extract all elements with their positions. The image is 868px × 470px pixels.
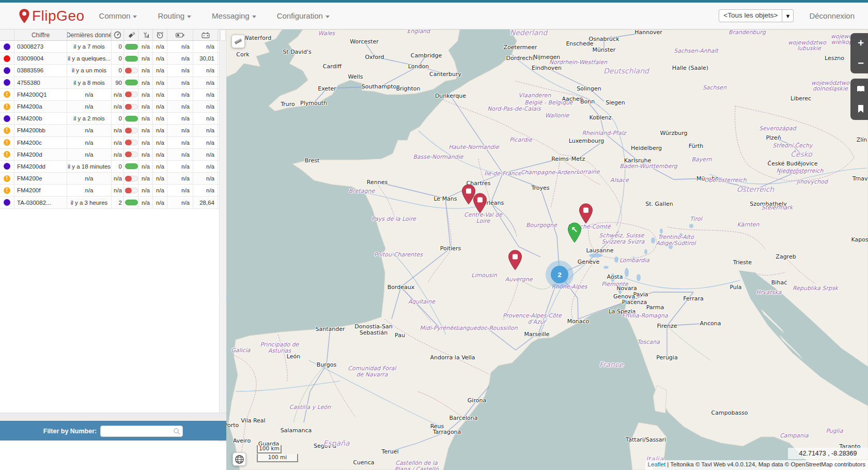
- ignition-cell: n/a: [153, 101, 167, 112]
- map-tiles: [226, 29, 868, 470]
- ignition-cell: n/a: [153, 137, 167, 148]
- filter-label: Filter by Number:: [43, 428, 97, 435]
- object-filter-select[interactable]: <Tous les objets> ▼: [719, 9, 794, 22]
- globe-button[interactable]: [233, 452, 246, 466]
- table-row[interactable]: !FM4200Q1n/an/an/an/an/an/a: [0, 89, 219, 101]
- voltage-cell: n/a: [193, 149, 218, 160]
- table-row[interactable]: FM4200ddil y a 18 minutes0n/an/an/an/a: [0, 161, 219, 173]
- device-pin-marker[interactable]: [579, 203, 593, 224]
- zoom-out-button[interactable]: −: [850, 53, 868, 73]
- car-battery-icon: [202, 32, 210, 38]
- ignition-cell: n/a: [153, 149, 167, 160]
- moving-device-marker[interactable]: ↖: [567, 222, 582, 243]
- device-name-cell: FM4200b: [14, 113, 67, 124]
- table-row[interactable]: !FM4200an/an/an/an/an/an/a: [0, 101, 219, 113]
- cluster-marker[interactable]: 2: [551, 266, 568, 283]
- ignition-cell: n/a: [153, 53, 167, 64]
- table-row[interactable]: 03883596il y a un mois0n/an/an/an/a: [0, 65, 219, 77]
- speed-cell: n/a: [112, 185, 124, 196]
- map-attribution: Leaflet | Teltonika © Tavl Web v4.0.0.12…: [645, 460, 868, 470]
- status-column-header[interactable]: [0, 29, 14, 40]
- map-canvas[interactable]: WaterfordCorkSt David'sWorcesterOxfordCa…: [226, 29, 868, 470]
- scale-km: 100 km: [257, 445, 282, 453]
- legend-book-button[interactable]: [850, 79, 868, 99]
- table-row[interactable]: !FM4200bbn/an/an/an/an/an/a: [0, 125, 219, 137]
- battery-column-header[interactable]: [167, 29, 193, 40]
- status-dot: [4, 199, 10, 206]
- signal-cell: n/a: [138, 77, 153, 88]
- vertical-scrollbar[interactable]: [219, 29, 226, 442]
- warning-icon: !: [4, 175, 10, 182]
- gps-toggle: [125, 200, 138, 205]
- status-cell: !: [0, 125, 14, 136]
- table-row[interactable]: !FM4200fn/an/an/an/an/an/a: [0, 185, 219, 196]
- signal-column-header[interactable]: [138, 29, 153, 40]
- device-name-cell: FM4200Q1: [14, 89, 67, 100]
- voltage-cell: n/a: [193, 125, 218, 136]
- device-name-cell: 03009004: [14, 53, 67, 64]
- device-name-cell: FM4200bb: [14, 125, 67, 136]
- menu-common[interactable]: Common: [99, 11, 137, 20]
- horizontal-scrollbar[interactable]: [0, 413, 226, 421]
- table-row[interactable]: !FM4200en/an/an/an/an/an/a: [0, 173, 219, 185]
- table-row[interactable]: 4755380il y a 8 mois90n/an/an/an/a: [0, 77, 219, 89]
- menu-configuration[interactable]: Configuration: [277, 11, 330, 20]
- satellite-column-header[interactable]: [124, 29, 138, 40]
- table-row[interactable]: !FM4200dn/an/an/an/an/an/a: [0, 149, 219, 161]
- ignition-cell: n/a: [153, 161, 167, 172]
- table-row[interactable]: FM4200bil y a 2 mois0n/an/an/an/a: [0, 113, 219, 125]
- device-pin-marker[interactable]: [473, 193, 487, 214]
- last-data-cell: n/a: [67, 125, 112, 136]
- speed-cell: n/a: [112, 89, 124, 100]
- signal-cell: n/a: [138, 161, 153, 172]
- battery-cell: n/a: [167, 65, 193, 76]
- voltage-cell: n/a: [193, 89, 218, 100]
- gps-toggle: [125, 188, 138, 193]
- gps-toggle: [125, 56, 138, 62]
- ignition-cell: n/a: [153, 113, 167, 124]
- status-cell: [0, 161, 14, 172]
- status-cell: !: [0, 149, 14, 160]
- signal-cell: n/a: [138, 196, 153, 208]
- signal-cell: n/a: [138, 173, 153, 184]
- last-data-column-header[interactable]: Dernières donné: [67, 29, 112, 40]
- last-data-cell: il y a un mois: [67, 65, 112, 76]
- speed-cell: n/a: [112, 125, 124, 136]
- status-dot: [4, 163, 10, 170]
- table-row[interactable]: !FM4200cn/an/an/an/an/an/a: [0, 137, 219, 149]
- ruler-icon: [234, 37, 243, 46]
- engine-column-header[interactable]: [153, 29, 167, 40]
- menu-messaging[interactable]: Messaging: [212, 11, 256, 20]
- chiffre-column-header[interactable]: Chiffre: [14, 29, 67, 40]
- menu-routing[interactable]: Routing: [158, 11, 191, 20]
- voltage-cell: 30,01: [193, 53, 218, 64]
- cursor-coordinates: 42.71473 , -8.28369: [788, 448, 868, 459]
- brand-logo[interactable]: FlipGeo: [19, 8, 85, 24]
- status-dot: [4, 67, 10, 74]
- status-cell: !: [0, 89, 14, 100]
- device-pin-marker[interactable]: [508, 250, 522, 270]
- last-data-cell: n/a: [67, 185, 112, 196]
- zoom-in-button[interactable]: +: [850, 33, 868, 53]
- car-battery-column-header[interactable]: [193, 29, 218, 40]
- gauge-column-header[interactable]: [112, 29, 124, 40]
- table-row[interactable]: 03008273il y a 7 mois0n/an/an/an/a: [0, 41, 219, 53]
- measure-tool-button[interactable]: [231, 35, 245, 48]
- bookmark-button[interactable]: [850, 99, 868, 119]
- gps-cell: [124, 89, 138, 100]
- scrollbar-corner: [220, 29, 226, 41]
- voltage-cell: n/a: [193, 137, 218, 148]
- leaflet-link[interactable]: Leaflet: [648, 461, 666, 467]
- table-row[interactable]: TA-030082...il y a 3 heures2n/an/an/a28,…: [0, 196, 219, 208]
- signal-cell: n/a: [138, 185, 153, 196]
- filter-input[interactable]: [100, 426, 183, 437]
- ignition-cell: n/a: [153, 185, 167, 196]
- voltage-cell: n/a: [193, 173, 218, 184]
- logout-link[interactable]: Déconnexion: [809, 11, 855, 20]
- gps-cell: [124, 41, 138, 52]
- engine-icon: [156, 32, 164, 39]
- table-row[interactable]: 03009004il y a quelques...0n/an/an/a30,0…: [0, 53, 219, 65]
- ignition-cell: n/a: [153, 173, 167, 184]
- gps-cell: [124, 185, 138, 196]
- status-cell: !: [0, 173, 14, 184]
